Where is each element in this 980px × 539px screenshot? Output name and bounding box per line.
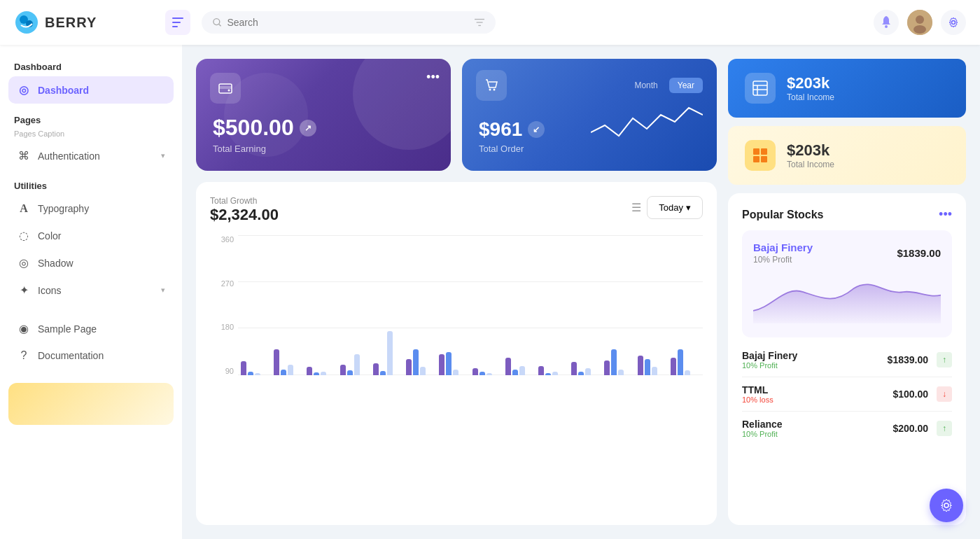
icons-icon: ✦ [17, 284, 31, 297]
bajaj-wave-chart-icon [753, 270, 941, 326]
earning-card-menu[interactable]: ••• [426, 70, 440, 85]
income-card-yellow: $203k Total Income [728, 126, 966, 185]
bar-light [519, 366, 525, 375]
menu-button[interactable] [165, 10, 190, 35]
svg-point-6 [214, 19, 220, 25]
svg-rect-17 [219, 86, 232, 89]
stock-bajaj-price: $1839.00 [888, 354, 928, 365]
table-icon [752, 80, 769, 97]
bajaj-name: Bajaj Finery [753, 241, 813, 253]
bar-blue [678, 349, 683, 375]
avatar[interactable] [907, 10, 932, 35]
bar-group [604, 235, 634, 375]
authentication-icon: ⌘ [17, 149, 31, 162]
stock-ttml-change: 10% loss [742, 396, 774, 404]
bar-purple [241, 361, 246, 375]
content-right: $203k Total Income $203k Total Income [728, 59, 966, 525]
bar-group [373, 235, 402, 375]
fab-settings-button[interactable] [930, 489, 963, 522]
sample-page-icon: ◉ [17, 322, 31, 335]
growth-header: Total Growth $2,324.00 ☰ Today ▾ [210, 196, 703, 224]
stock-reliance-name: Reliance [742, 419, 783, 430]
sidebar-item-documentation[interactable]: ? Documentation [8, 342, 174, 369]
notification-button[interactable] [874, 10, 899, 35]
stocks-more-icon[interactable]: ••• [939, 207, 952, 222]
sidebar-item-icons[interactable]: ✦ Icons ▾ [8, 276, 174, 304]
bar-light [420, 367, 426, 375]
sidebar-item-color[interactable]: ◌ Color [8, 222, 174, 249]
svg-point-15 [952, 21, 955, 24]
stock-reliance-price: $200.00 [892, 423, 928, 434]
sidebar-section-pages: Pages [14, 115, 174, 125]
bar-light [685, 370, 690, 375]
y-label-270: 270 [221, 279, 234, 288]
user-avatar-icon [907, 10, 932, 35]
stock-row-ttml: TTML 10% loss $100.00 ↓ [742, 377, 952, 412]
svg-point-13 [916, 15, 924, 24]
income-icon-blue [745, 73, 776, 104]
sidebar-section-dashboard: Dashboard [14, 62, 174, 72]
chevron-down-icon: ▾ [161, 151, 165, 160]
settings-button[interactable] [941, 10, 966, 35]
trend-down-icon: ↙ [528, 121, 545, 138]
bar-light [354, 354, 360, 375]
bar-group [505, 235, 535, 375]
svg-rect-28 [761, 156, 767, 162]
svg-point-14 [913, 25, 926, 34]
period-year-button[interactable]: Year [669, 78, 703, 93]
sidebar-item-typography[interactable]: A Typography [8, 195, 174, 222]
bajaj-chart [753, 270, 941, 326]
bar-light [618, 370, 624, 375]
bar-group [439, 235, 468, 375]
period-month-button[interactable]: Month [626, 78, 666, 93]
documentation-icon: ? [17, 349, 31, 362]
order-label: Total Order [479, 144, 700, 154]
header-right [874, 10, 966, 35]
sidebar-item-authentication[interactable]: ⌘ Authentication ▾ [8, 142, 174, 169]
bar-blue [248, 372, 253, 375]
order-chart [591, 101, 703, 143]
bar-blue [512, 370, 518, 375]
bar-blue [545, 373, 551, 375]
filter-icon [475, 18, 484, 27]
chart-menu-icon[interactable]: ☰ [631, 201, 641, 214]
typography-icon: A [17, 202, 31, 215]
sidebar-item-sample-page[interactable]: ◉ Sample Page [8, 315, 174, 342]
bar-light [288, 365, 293, 375]
chart-area: 360 270 180 90 [210, 235, 703, 389]
sidebar: Dashboard ◎ Dashboard Pages Pages Captio… [0, 45, 182, 539]
bar-blue [347, 370, 353, 375]
logo-text: BERRY [45, 15, 97, 31]
grid-icon [752, 147, 769, 164]
bar-group [472, 235, 502, 375]
sidebar-item-dashboard[interactable]: ◎ Dashboard [8, 76, 174, 104]
stock-reliance-trend-icon: ↑ [937, 421, 952, 436]
growth-info: Total Growth $2,324.00 [210, 196, 279, 224]
income-yellow-amount: $203k [787, 141, 834, 160]
income-yellow-info: $203k Total Income [787, 141, 834, 169]
stock-ttml-name: TTML [742, 384, 774, 396]
bajaj-header: Bajaj Finery 10% Profit $1839.00 [753, 241, 941, 265]
shopping-icon [484, 78, 499, 93]
today-button[interactable]: Today ▾ [647, 196, 703, 219]
search-input[interactable] [227, 17, 468, 28]
bar-light [552, 372, 558, 375]
bar-group [274, 235, 303, 375]
sidebar-item-shadow[interactable]: ◎ Shadow [8, 249, 174, 276]
header: BERRY [0, 0, 980, 45]
bars-container [238, 235, 703, 375]
content-left: ••• $500.00 ↗ Total Earning [196, 59, 717, 525]
earning-label: Total Earning [213, 144, 434, 154]
svg-rect-25 [753, 148, 760, 155]
earning-card-icon [210, 73, 241, 104]
bar-group [538, 235, 568, 375]
bajaj-price: $1839.00 [897, 247, 941, 259]
svg-rect-3 [172, 18, 183, 19]
bajaj-featured-card: Bajaj Finery 10% Profit $1839.00 [742, 230, 952, 337]
search-icon [213, 18, 221, 27]
stock-reliance-change: 10% Profit [742, 430, 783, 438]
income-card-blue: $203k Total Income [728, 59, 966, 118]
bar-group [571, 235, 601, 375]
bar-purple [472, 368, 478, 375]
stock-ttml-info: TTML 10% loss [742, 384, 774, 404]
